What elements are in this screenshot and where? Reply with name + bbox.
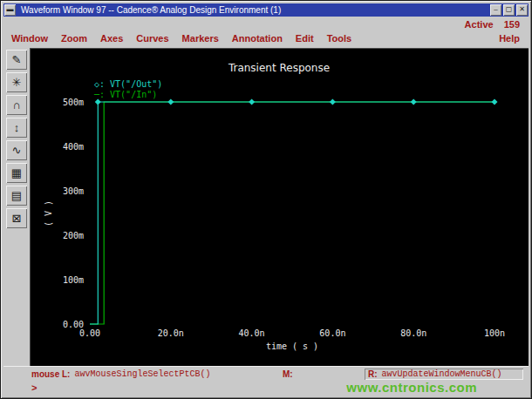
- redraw-tool-button[interactable]: ∩: [6, 95, 27, 115]
- trace-in[interactable]: [90, 102, 494, 324]
- x-tick-label: 40.0n: [239, 328, 265, 338]
- trace-plot[interactable]: [90, 102, 494, 324]
- mouse-middle-label: M:: [283, 369, 293, 379]
- trace-marker[interactable]: [411, 99, 417, 105]
- menu-item-axes[interactable]: Axes: [100, 33, 123, 44]
- copy-window-tool-icon: ▤: [11, 189, 22, 202]
- subwaveform-tool-icon: ∿: [12, 144, 22, 157]
- menu-item-zoom[interactable]: Zoom: [61, 33, 87, 44]
- chart-title: Transient Response: [30, 62, 529, 74]
- x-axis-label: time ( s ): [90, 342, 494, 351]
- window-title: Waveform Window 97 -- Cadence® Analog De…: [17, 5, 488, 15]
- x-tick-label: 80.0n: [400, 328, 426, 338]
- legend: ◇: VT("/Out")─: VT("/In"): [94, 79, 162, 100]
- y-axis-label: ( V ): [42, 102, 54, 324]
- delete-tool-icon: ⊠: [12, 212, 22, 225]
- strip-chart-tool-button[interactable]: ↕: [6, 118, 27, 138]
- x-tick-label: 20.0n: [158, 328, 184, 338]
- data-table-tool-button[interactable]: ▦: [6, 163, 27, 183]
- close-icon[interactable]: ✕: [516, 4, 528, 16]
- y-tick-label: 100m: [63, 275, 84, 285]
- menu-item-curves[interactable]: Curves: [136, 33, 168, 44]
- menu-item-help[interactable]: Help: [499, 33, 520, 44]
- trace-out[interactable]: [90, 102, 494, 324]
- strip-chart-tool-icon: ↕: [14, 121, 20, 134]
- trace-marker[interactable]: [330, 99, 336, 105]
- menu-item-edit[interactable]: Edit: [296, 33, 314, 44]
- zoom-fit-tool-button[interactable]: ✳: [6, 72, 27, 92]
- menu-item-markers[interactable]: Markers: [182, 33, 219, 44]
- redraw-tool-icon: ∩: [12, 98, 20, 112]
- menu-item-tools[interactable]: Tools: [327, 33, 352, 44]
- legend-item: ◇: VT("/Out"): [94, 79, 162, 90]
- menu-item-window[interactable]: Window: [11, 33, 48, 44]
- maximize-icon[interactable]: ▢: [503, 4, 515, 16]
- main-area: ✎✳∩↕∿▦▤⊠ Transient Response ◇: VT("/Out"…: [3, 48, 529, 366]
- mouse-left-command: awvMouseSingleSelectPtCB(): [74, 369, 210, 379]
- mouse-right-binding: R: awvUpdateWindowMenuCB(): [365, 369, 523, 380]
- prompt-symbol: >: [31, 383, 38, 394]
- app-window: ▬ Waveform Window 97 -- Cadence® Analog …: [0, 0, 532, 399]
- menu-item-annotation[interactable]: Annotation: [232, 33, 283, 44]
- legend-item: ─: VT("/In"): [94, 90, 162, 100]
- menubar-area: Active159 WindowZoomAxesCurvesMarkersAnn…: [3, 17, 529, 48]
- data-table-tool-icon: ▦: [11, 166, 22, 179]
- active-status: Active159: [465, 19, 520, 30]
- x-axis-ticks: 0.0020.0n40.0n60.0n80.0n100n: [90, 328, 494, 339]
- watermark: www.cntronics.com: [346, 380, 477, 395]
- active-label: Active: [465, 19, 494, 30]
- zoom-fit-tool-icon: ✳: [12, 76, 22, 89]
- y-tick-label: 0.00: [63, 320, 84, 329]
- trace-marker[interactable]: [492, 99, 498, 105]
- mouse-right-command: awvUpdateWindowMenuCB(): [382, 369, 502, 379]
- y-tick-label: 500m: [63, 98, 84, 107]
- waveform-canvas[interactable]: Transient Response ◇: VT("/Out")─: VT("/…: [30, 48, 529, 366]
- y-tick-label: 200m: [63, 231, 84, 240]
- window-menu-icon[interactable]: ▬: [4, 4, 16, 16]
- y-tick-label: 300m: [63, 186, 84, 196]
- mouse-left-label: mouse L:: [31, 369, 70, 379]
- menubar: WindowZoomAxesCurvesMarkersAnnotationEdi…: [11, 33, 351, 44]
- copy-window-tool-button[interactable]: ▤: [6, 186, 27, 206]
- y-tick-label: 400m: [63, 142, 84, 152]
- pencil-tool-icon: ✎: [12, 53, 22, 66]
- mouse-right-label: R:: [368, 369, 378, 379]
- titlebar: ▬ Waveform Window 97 -- Cadence® Analog …: [3, 3, 529, 17]
- subwaveform-tool-button[interactable]: ∿: [6, 140, 27, 160]
- pencil-tool-button[interactable]: ✎: [6, 50, 27, 70]
- tool-palette: ✎✳∩↕∿▦▤⊠: [3, 48, 30, 366]
- delete-tool-button[interactable]: ⊠: [6, 208, 27, 228]
- x-tick-label: 60.0n: [319, 328, 345, 338]
- minimize-icon[interactable]: –: [490, 4, 501, 16]
- mouse-left-binding: mouse L: awvMouseSingleSelectPtCB(): [31, 369, 274, 379]
- x-tick-label: 100n: [484, 328, 505, 338]
- y-axis-ticks: 500m400m300m200m100m0.00: [54, 102, 85, 324]
- trace-marker[interactable]: [249, 99, 255, 105]
- active-value: 159: [504, 19, 520, 30]
- x-tick-label: 0.00: [79, 328, 100, 338]
- trace-marker[interactable]: [167, 99, 174, 105]
